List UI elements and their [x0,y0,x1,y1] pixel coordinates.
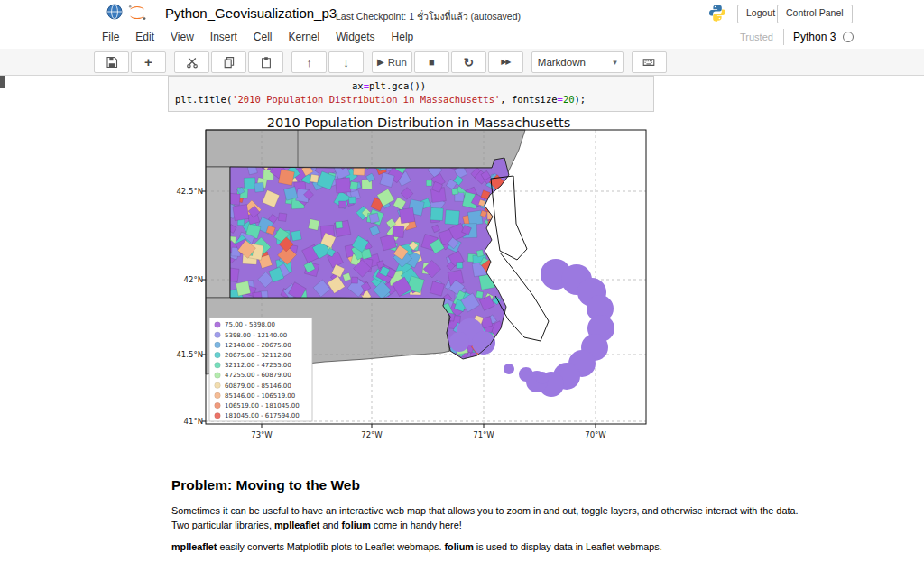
scrollbar-fragment [0,76,5,88]
svg-text:20675.00 - 32112.00: 20675.00 - 32112.00 [225,352,291,359]
checkpoint-status: Last Checkpoint: 1 ชั่วโมงที่แล้ว (autos… [336,9,521,24]
code-line[interactable]: plt.title('2010 Population Distribution … [169,93,653,106]
run-label: Run [388,57,407,68]
toolbar: +↑↓▶Run■↻▶▶ Markdown ▾ [0,49,924,76]
arrow-up-icon: ↑ [306,57,312,69]
floppy-icon [106,56,118,69]
paste-cells-button[interactable] [248,51,283,73]
code-line[interactable]: ax=plt.gca()) [169,79,653,93]
menu-kernel[interactable]: Kernel [281,25,328,49]
cell-type-value: Markdown [538,57,586,68]
svg-text:85146.00 - 106519.00: 85146.00 - 106519.00 [225,392,295,400]
svg-text:42°N: 42°N [184,275,203,284]
svg-text:72°W: 72°W [361,430,383,439]
menu-edit[interactable]: Edit [127,25,162,49]
svg-text:70°W: 70°W [585,430,606,439]
toolbar-buttons: +↑↓▶Run■↻▶▶ [94,51,525,73]
notebook-title[interactable]: Python_Geovisualization_p3 [165,5,337,21]
map-title: 2010 Population Distribution in Massachu… [267,115,570,130]
restart-kernel-button[interactable]: ↻ [451,51,486,73]
kernel-name: Python 3 [793,31,836,43]
python-logo [708,4,726,22]
svg-text:73°W: 73°W [251,430,273,439]
menu-view[interactable]: View [162,25,202,49]
keyboard-icon [642,56,655,69]
trusted-badge: Trusted [740,32,773,42]
run-cell-button[interactable]: ▶Run [372,51,412,73]
save-notebook-button[interactable] [94,51,129,73]
choropleth-map: 2010 Population Distribution in Massachu… [173,115,655,442]
markdown-paragraph: Sometimes it can be useful to have an in… [171,504,803,532]
svg-text:181045.00 - 617594.00: 181045.00 - 617594.00 [225,412,300,419]
cell-type-dropdown[interactable]: Markdown ▾ [531,51,624,73]
svg-text:12140.00 - 20675.00: 12140.00 - 20675.00 [225,342,291,349]
stop-icon: ■ [429,58,435,68]
scissors-icon [186,56,199,69]
svg-text:32112.00 - 47255.00: 32112.00 - 47255.00 [225,362,291,369]
command-palette-button[interactable] [632,51,667,73]
menu-bar-items: FileEditViewInsertCellKernelWidgetsHelp [94,25,421,49]
globe-icon [106,4,123,20]
chevron-down-icon: ▾ [613,58,617,67]
markdown-heading: Problem: Moving to the Web [171,477,360,493]
menu-widgets[interactable]: Widgets [328,25,383,49]
jupyter-logo [127,4,147,22]
copy-cells-button[interactable] [211,51,246,73]
kernel-idle-icon [843,32,854,42]
cell-output-figure: 2010 Population Distribution in Massachu… [173,115,655,442]
markdown-paragraph: mplleaflet easily converts Matplotlib pl… [171,540,803,555]
svg-text:47255.00 - 60879.00: 47255.00 - 60879.00 [225,372,291,379]
menu-insert[interactable]: Insert [202,25,245,49]
menu-bar: FileEditViewInsertCellKernelWidgetsHelp … [0,25,924,49]
code-area: ax=plt.gca())plt.title('2010 Population … [169,77,653,106]
map-legend: 75.00 - 5398.005398.00 - 12140.0012140.0… [209,318,312,421]
move-cell-down-button[interactable]: ↓ [328,51,364,73]
copy-icon [223,56,236,69]
svg-text:41.5°N: 41.5°N [176,350,203,359]
move-cell-up-button[interactable]: ↑ [291,51,327,73]
restart-run-all-button[interactable]: ▶▶ [488,51,523,73]
notebook-header: Python_Geovisualization_p3 Last Checkpoi… [0,0,924,25]
kernel-indicator: Python 3 [783,29,854,45]
menu-help[interactable]: Help [383,25,422,49]
arrow-down-icon: ↓ [343,57,349,69]
menu-file[interactable]: File [94,25,127,49]
interrupt-kernel-button[interactable]: ■ [414,51,449,73]
refresh-icon: ↻ [463,56,474,69]
insert-cell-below-button[interactable]: + [131,51,166,73]
cut-cells-button[interactable] [174,51,209,73]
svg-text:42.5°N: 42.5°N [176,187,203,196]
markdown-paragraphs: Sometimes it can be useful to have an in… [171,504,803,562]
control-panel-button[interactable]: Control Panel [777,5,853,23]
paste-icon [260,56,273,69]
code-cell-input[interactable]: ax=plt.gca())plt.title('2010 Population … [168,76,654,112]
svg-text:41°N: 41°N [184,417,203,426]
jupyter-notebook-app: Python_Geovisualization_p3 Last Checkpoi… [0,0,924,562]
menu-cell[interactable]: Cell [245,25,281,49]
plus-icon: + [144,55,152,69]
play-icon: ▶ [377,58,384,67]
svg-text:75.00 - 5398.00: 75.00 - 5398.00 [225,321,275,328]
svg-text:60879.00 - 85146.00: 60879.00 - 85146.00 [225,382,291,390]
svg-text:5398.00 - 12140.00: 5398.00 - 12140.00 [225,332,287,339]
fast-forward-icon: ▶▶ [501,59,510,66]
svg-text:106519.00 - 181045.00: 106519.00 - 181045.00 [225,402,300,410]
svg-text:71°W: 71°W [473,430,494,439]
